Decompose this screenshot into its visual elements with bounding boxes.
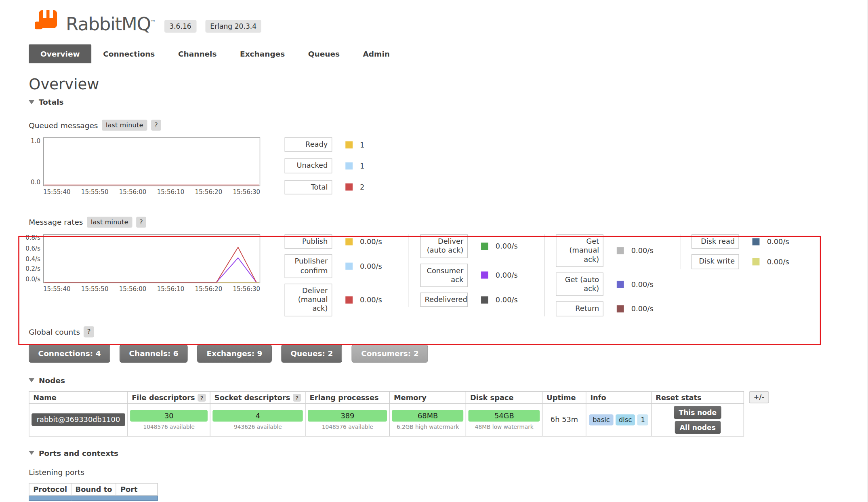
legend-value: 0.00/s [360,238,382,246]
legend-swatch [752,238,760,245]
legend-label: Publish [284,234,332,249]
global-count-buttons: Connections: 4 Channels: 6 Exchanges: 9 … [29,344,868,363]
main-content: Totals Queued messages last minute ? 1.0… [0,97,868,500]
col-file-descriptors: File descriptors ? [128,391,210,403]
legend-row-disk-read: Disk read 0.00/s [691,234,789,249]
ports-section-header[interactable]: Ports and contexts [29,449,868,458]
info-badge-basic: basic [589,414,613,425]
legend-swatch [345,184,353,191]
nodes-section-header[interactable]: Nodes [29,376,868,385]
queued-chart-row: 1.0 0.0 15:55:40 15:55:50 15:56:00 15:56… [29,137,868,196]
tab-channels[interactable]: Channels [166,44,228,63]
file-descriptors-sub: 1048576 available [130,422,208,430]
uptime-cell: 6h 53m [542,403,586,436]
fd-help-icon[interactable]: ? [198,394,206,401]
col-info: Info [586,391,652,403]
legend-value: 0.00/s [496,295,518,304]
rates-legend: Publish 0.00/s Publisher confirm 0.00/s … [284,234,789,316]
socket-descriptors-sub: 943626 available [212,422,303,430]
legend-row-publish: Publish 0.00/s [284,234,382,249]
legend-value: 0.00/s [767,257,789,266]
tab-exchanges[interactable]: Exchanges [228,44,296,63]
col-port: Port [116,483,158,495]
legend-swatch [617,281,624,288]
global-counts-help-icon[interactable]: ? [84,326,94,337]
legend-swatch [481,272,488,279]
sd-help-icon[interactable]: ? [293,394,301,401]
legend-swatch [617,305,624,312]
rates-help-icon[interactable]: ? [136,217,146,228]
legend-swatch [345,296,353,304]
nodes-expander-toggle[interactable]: +/- [749,391,769,403]
socket-descriptors-cell: 4 943626 available [210,403,306,436]
col-label: Protocol [33,485,67,494]
legend-row-deliver-auto-ack: Deliver (auto ack) 0.00/s [420,234,517,258]
x-tick: 15:56:20 [195,188,223,196]
message-rates-header: Message rates last minute ? [29,217,868,228]
file-descriptors-value: 30 [130,410,208,422]
legend-row-return: Return 0.00/s [556,302,653,316]
rates-legend-group-disk: Disk read 0.00/s Disk write 0.00/s [680,234,789,269]
exchanges-count-button[interactable]: Exchanges: 9 [197,344,272,363]
tab-connections[interactable]: Connections [91,44,166,63]
legend-swatch [617,247,624,254]
legend-value: 0.00/s [360,295,382,304]
col-label: Name [33,393,57,402]
memory-cell: 68MB 6.2GB high watermark [390,403,466,436]
ports-partial-row [29,495,158,500]
col-label: Reset stats [656,393,702,402]
legend-value: 0.00/s [631,305,654,313]
queued-x-axis: 15:55:40 15:55:50 15:56:00 15:56:10 15:5… [43,188,260,196]
queued-period-chip[interactable]: last minute [102,120,147,131]
collapse-triangle-icon [29,451,34,455]
legend-swatch [345,141,353,148]
col-label: Uptime [546,393,576,402]
reset-all-nodes-button[interactable]: All nodes [675,421,721,434]
rabbitmq-management-page: RabbitMQ™ 3.6.16 Erlang 20.3.4 Overview … [0,0,868,502]
window-edge-line [867,0,867,502]
nodes-section-label: Nodes [39,376,65,385]
col-label: Erlang processes [310,393,379,402]
tab-admin[interactable]: Admin [351,44,401,63]
erlang-processes-sub: 1048576 available [307,422,388,430]
info-badge-count: 1 [637,414,648,425]
col-disk-space: Disk space [466,391,542,403]
queued-help-icon[interactable]: ? [151,120,161,131]
disk-space-value: 54GB [469,410,540,422]
legend-label: Get (manual ack) [556,234,603,267]
ports-header-row: Protocol Bound to Port [29,483,158,495]
legend-label: Unacked [284,158,332,173]
tab-overview[interactable]: Overview [29,44,91,63]
queues-count-button[interactable]: Queues: 2 [281,344,343,363]
global-counts-label: Global counts [29,327,80,336]
legend-row-ready: Ready 1 [284,137,364,152]
col-label: Info [590,393,606,402]
erlang-processes-value: 389 [308,410,387,422]
rates-chart-row: 0.8/s 0.6/s 0.4/s 0.2/s 0.0/s 15:55:40 1… [29,234,868,316]
col-label: Socket descriptors [214,393,290,402]
rates-period-chip[interactable]: last minute [87,217,132,228]
totals-section-header[interactable]: Totals [29,97,868,106]
col-memory: Memory [390,391,466,403]
y-tick: 0.4/s [25,255,40,262]
disk-space-cell: 54GB 48MB low watermark [466,403,542,436]
nodes-table: Name File descriptors ? Socket descripto… [29,391,744,436]
legend-row-unacked: Unacked 1 [284,158,364,173]
rabbitmq-logo-icon [35,9,57,34]
legend-swatch [481,296,488,304]
tab-queues[interactable]: Queues [296,44,351,63]
node-name-badge[interactable]: rabbit@369330db1100 [32,413,125,426]
listening-ports-table: Protocol Bound to Port [29,483,158,501]
legend-value: 0.00/s [767,238,789,246]
x-tick: 15:56:30 [233,285,260,293]
legend-label: Return [556,302,603,316]
brand-text: RabbitMQ [66,13,151,34]
consumers-count-button[interactable]: Consumers: 2 [352,344,428,363]
legend-label: Consumer ack [420,264,468,287]
connections-count-button[interactable]: Connections: 4 [29,344,110,363]
channels-count-button[interactable]: Channels: 6 [120,344,188,363]
global-counts-header: Global counts ? [29,326,868,337]
reset-this-node-button[interactable]: This node [674,406,721,419]
legend-row-total: Total 2 [284,180,364,194]
socket-descriptors-value: 4 [213,410,303,422]
